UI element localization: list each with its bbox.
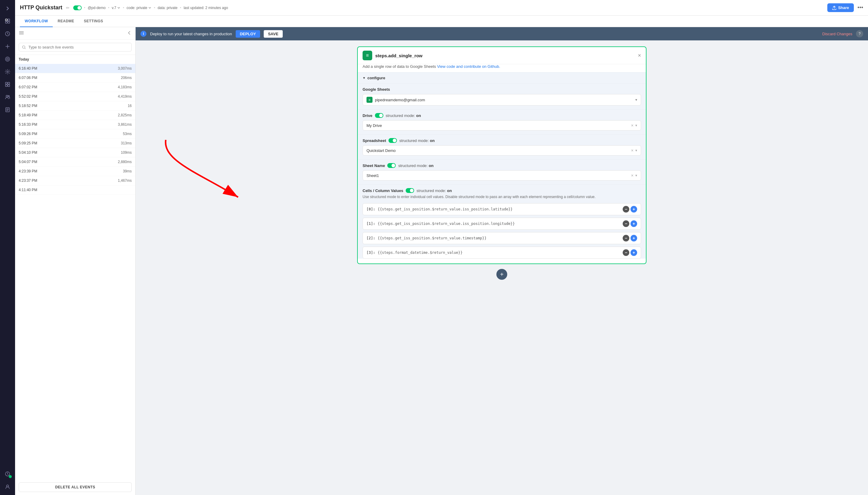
app-title: HTTP Quickstart	[20, 4, 63, 11]
spreadsheet-clear-button[interactable]: ×	[631, 148, 633, 153]
drive-structured-toggle[interactable]	[375, 113, 383, 118]
spreadsheet-expand-button[interactable]: ▾	[635, 148, 637, 153]
drive-label: Drive structured mode: on	[363, 113, 641, 118]
cell-row-1: [1]: {{steps.get_iss_position.$return_va…	[363, 218, 641, 230]
spreadsheet-structured-toggle[interactable]	[388, 138, 397, 143]
tab-settings[interactable]: SETTINGS	[79, 16, 108, 27]
left-panel-header	[15, 27, 135, 40]
sidebar-item-docs[interactable]	[2, 104, 13, 115]
sidebar-item-trigger[interactable]	[2, 28, 13, 39]
sidebar-item-apps[interactable]	[2, 54, 13, 65]
last-updated: last updated: 2 minutes ago	[184, 6, 228, 10]
main-content: HTTP Quickstart ✏ • @pd-demo • v.7 • cod…	[15, 0, 868, 495]
search-icon	[22, 45, 26, 49]
sidebar-item-workflow[interactable]	[2, 16, 13, 27]
list-item[interactable]: 4:23:39 PM 39ms	[15, 167, 135, 176]
sheet-name-value-input[interactable]: Sheet1 × ▾	[363, 170, 641, 181]
collapse-panel-button[interactable]	[127, 31, 132, 36]
sheet-name-label: Sheet Name structured mode: on	[363, 163, 641, 168]
left-panel: Today 6:16:40 PM 3,007ms 6:07:06 PM 206m…	[15, 27, 136, 495]
list-item[interactable]: 5:16:33 PM 3,861ms	[15, 120, 135, 129]
version-selector[interactable]: v.7	[112, 6, 121, 10]
drive-expand-button[interactable]: ▾	[635, 123, 637, 127]
list-item[interactable]: 5:04:10 PM 109ms	[15, 148, 135, 157]
sheet-name-structured-toggle[interactable]	[387, 163, 396, 168]
sidebar-item-grid[interactable]	[2, 79, 13, 90]
data-visibility: data: private	[158, 6, 177, 10]
step-description: Add a single row of data to Google Sheet…	[358, 64, 646, 72]
cell-1-remove-button[interactable]: −	[623, 220, 629, 227]
meta-info: • @pd-demo • v.7 • code: private • data:…	[73, 5, 228, 10]
add-step-wrap: +	[142, 264, 862, 285]
discard-changes-button[interactable]: Discard Changes	[822, 32, 852, 36]
search-input-wrap	[19, 43, 132, 52]
more-options-button[interactable]: •••	[857, 4, 863, 11]
list-item[interactable]: 5:09:26 PM 53ms	[15, 129, 135, 139]
list-item[interactable]: 6:07:02 PM 4,183ms	[15, 83, 135, 92]
list-item[interactable]: 5:18:49 PM 2,825ms	[15, 110, 135, 120]
tab-readme[interactable]: README	[53, 16, 79, 27]
cell-1-add-button[interactable]: +	[630, 220, 637, 227]
sidebar-item-account[interactable]	[2, 481, 13, 492]
icon-sidebar	[0, 0, 15, 495]
step-name: steps.add_single_row	[375, 53, 422, 58]
github-link[interactable]: View code and contribute on Github.	[437, 64, 500, 69]
cell-0-remove-button[interactable]: −	[623, 206, 629, 212]
svg-rect-3	[8, 21, 10, 23]
spreadsheet-field-group: Spreadsheet structured mode: on Quicksta…	[358, 134, 646, 159]
cell-row-3: [3]: {{steps.format_datetime.$return_val…	[363, 246, 641, 259]
deploy-button[interactable]: DEPLOY	[236, 30, 260, 38]
step-icon: ≡	[363, 51, 372, 60]
list-item[interactable]: 4:11:40 PM	[15, 185, 135, 195]
list-item[interactable]: 6:07:06 PM 206ms	[15, 73, 135, 83]
right-panel: i Deploy to run your latest changes in p…	[136, 27, 868, 495]
code-visibility[interactable]: code: private	[126, 6, 152, 10]
spreadsheet-value-input[interactable]: Quickstart Demo × ▾	[363, 145, 641, 156]
svg-rect-9	[5, 85, 7, 86]
cell-2-remove-button[interactable]: −	[623, 235, 629, 241]
svg-rect-7	[5, 82, 7, 84]
sidebar-expand-btn[interactable]	[2, 3, 13, 14]
list-item[interactable]: 5:52:02 PM 4,419ms	[15, 92, 135, 101]
list-item[interactable]: 4:23:37 PM 1,467ms	[15, 176, 135, 185]
sheet-name-clear-button[interactable]: ×	[631, 173, 633, 178]
help-button[interactable]: ?	[856, 30, 863, 37]
list-item[interactable]: 6:16:40 PM 3,007ms	[15, 64, 135, 73]
cell-3-add-button[interactable]: +	[630, 249, 637, 256]
svg-point-11	[6, 95, 8, 97]
tab-workflow[interactable]: WORKFLOW	[20, 16, 53, 27]
chevron-down-icon: ▾	[635, 98, 637, 102]
cell-3-remove-button[interactable]: −	[623, 249, 629, 256]
account-label: @pd-demo	[88, 6, 106, 10]
google-sheets-account: pipedreamdemo@gmail.com	[375, 98, 425, 102]
delete-all-events-button[interactable]: DELETE ALL EVENTS	[19, 482, 132, 492]
list-item[interactable]: 5:09:25 PM 313ms	[15, 139, 135, 148]
cell-row-2: [2]: {{steps.get_iss_position.$return_va…	[363, 232, 641, 244]
edit-title-icon[interactable]: ✏	[66, 5, 70, 10]
deploy-banner: i Deploy to run your latest changes in p…	[136, 27, 868, 40]
configure-header[interactable]: ▼ configure	[358, 73, 646, 83]
svg-rect-1	[8, 19, 10, 21]
list-item[interactable]: 5:04:07 PM 2,880ms	[15, 157, 135, 167]
workflow-toggle[interactable]	[73, 5, 82, 10]
configure-label: configure	[367, 76, 385, 80]
sidebar-item-users[interactable]	[2, 92, 13, 102]
drive-clear-button[interactable]: ×	[631, 123, 633, 128]
sidebar-item-notifications[interactable]	[2, 468, 13, 479]
drive-value-input[interactable]: My Drive × ▾	[363, 120, 641, 131]
step-close-button[interactable]: ×	[638, 52, 641, 59]
share-button[interactable]: Share	[827, 3, 854, 12]
cell-0-add-button[interactable]: +	[630, 206, 637, 212]
google-sheets-account-selector[interactable]: ≡ pipedreamdemo@gmail.com ▾	[363, 94, 641, 105]
sheet-name-expand-button[interactable]: ▾	[635, 173, 637, 177]
save-button[interactable]: SAVE	[264, 30, 282, 38]
sidebar-item-variables[interactable]	[2, 41, 13, 52]
search-input[interactable]	[28, 45, 128, 49]
google-sheets-label: Google Sheets	[363, 87, 641, 92]
cell-2-add-button[interactable]: +	[630, 235, 637, 241]
cells-structured-toggle[interactable]	[406, 188, 414, 193]
body-area: Today 6:16:40 PM 3,007ms 6:07:06 PM 206m…	[15, 27, 868, 495]
add-step-button[interactable]: +	[497, 269, 507, 280]
list-item[interactable]: 5:18:52 PM 16	[15, 101, 135, 110]
sidebar-item-settings[interactable]	[2, 66, 13, 77]
